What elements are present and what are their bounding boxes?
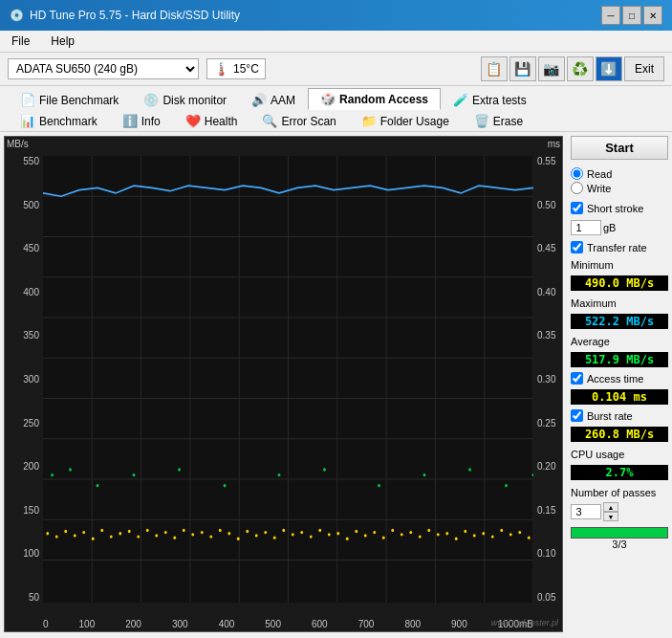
toolbar-btn-1[interactable]: 📋 — [481, 56, 508, 81]
toolbar-btn-5[interactable]: ⬇️ — [596, 56, 622, 81]
tab-disk-monitor-label: Disk monitor — [163, 94, 227, 107]
svg-point-83 — [423, 473, 426, 476]
svg-point-76 — [97, 484, 99, 487]
svg-point-32 — [155, 534, 158, 537]
temperature-value: 15°C — [233, 62, 259, 76]
tab-file-benchmark[interactable]: 📄 File Benchmark — [8, 89, 131, 110]
menu-file[interactable]: File — [6, 33, 35, 50]
svg-point-84 — [468, 468, 471, 471]
svg-point-20 — [46, 532, 49, 535]
drive-select[interactable]: ADATA SU650 (240 gB) — [8, 58, 199, 79]
short-stroke-row: 1 gB — [571, 220, 668, 235]
y-axis-left-title: MB/s — [7, 139, 29, 149]
access-time-label: Access time — [587, 373, 643, 385]
transfer-rate-checkbox[interactable] — [571, 241, 583, 253]
transfer-rate-label: Transfer rate — [587, 242, 647, 253]
svg-point-53 — [346, 538, 349, 540]
short-stroke-checkbox-item[interactable]: Short stroke — [571, 202, 668, 214]
svg-point-30 — [137, 535, 140, 538]
x-label-400: 400 — [219, 619, 235, 629]
start-button[interactable]: Start — [571, 136, 668, 160]
toolbar-btn-4[interactable]: ♻️ — [567, 56, 594, 81]
write-radio-item[interactable]: Write — [571, 182, 668, 194]
y-label-300: 300 — [23, 374, 39, 385]
tab-disk-monitor[interactable]: 💿 Disk monitor — [131, 89, 239, 110]
right-panel: Start Read Write Short stroke 1 gB Trans… — [567, 132, 672, 636]
x-label-900: 900 — [451, 619, 467, 629]
svg-point-68 — [482, 532, 485, 535]
main-content: MB/s ms 550 500 450 400 350 300 250 200 … — [0, 132, 672, 636]
tab-error-scan[interactable]: 🔍 Error Scan — [249, 110, 348, 131]
burst-rate-checkbox-item[interactable]: Burst rate — [571, 409, 668, 422]
svg-point-85 — [505, 484, 508, 487]
cpu-usage-value: 2.7% — [571, 465, 668, 480]
tab-benchmark[interactable]: 📊 Benchmark — [8, 110, 110, 131]
tab-erase-label: Erase — [493, 115, 523, 128]
toolbar-btn-3[interactable]: 📷 — [538, 56, 565, 81]
tab-folder-usage-label: Folder Usage — [380, 115, 449, 128]
svg-point-78 — [178, 468, 181, 471]
file-benchmark-icon: 📄 — [20, 93, 35, 107]
svg-point-34 — [173, 537, 176, 539]
svg-point-70 — [500, 529, 503, 532]
svg-point-51 — [328, 533, 331, 536]
svg-point-37 — [201, 531, 204, 534]
menu-help[interactable]: Help — [45, 33, 80, 50]
tab-file-benchmark-label: File Benchmark — [39, 94, 119, 107]
toolbar-btn-2[interactable]: 💾 — [509, 56, 536, 81]
tab-folder-usage[interactable]: 📁 Folder Usage — [349, 110, 462, 131]
tab-health[interactable]: ❤️ Health — [173, 110, 250, 131]
minimize-button[interactable]: ─ — [601, 6, 620, 25]
svg-point-27 — [110, 535, 113, 538]
svg-point-80 — [278, 473, 281, 476]
svg-point-29 — [128, 530, 131, 533]
tab-extra-tests-label: Extra tests — [472, 94, 527, 107]
extra-tests-icon: 🧪 — [453, 93, 468, 107]
tab-extra-tests[interactable]: 🧪 Extra tests — [441, 89, 539, 110]
y-label-100: 100 — [23, 548, 39, 559]
close-button[interactable]: ✕ — [643, 6, 662, 25]
svg-point-31 — [146, 529, 149, 532]
svg-point-48 — [300, 531, 303, 534]
error-scan-icon: 🔍 — [262, 114, 277, 128]
progress-bar-track — [571, 527, 668, 539]
svg-point-46 — [282, 529, 285, 532]
svg-point-69 — [491, 535, 494, 538]
y-right-label-010: 0.10 — [537, 548, 555, 559]
read-radio-item[interactable]: Read — [571, 167, 668, 180]
write-radio[interactable] — [571, 182, 583, 194]
svg-point-35 — [183, 529, 185, 532]
passes-input[interactable]: 3 — [571, 504, 601, 519]
short-stroke-input[interactable]: 1 — [571, 220, 601, 235]
x-label-200: 200 — [125, 619, 141, 629]
maximize-button[interactable]: □ — [622, 6, 641, 25]
y-label-350: 350 — [23, 330, 39, 341]
access-time-checkbox[interactable] — [571, 372, 583, 385]
exit-button[interactable]: Exit — [624, 56, 664, 81]
short-stroke-checkbox[interactable] — [571, 202, 583, 214]
read-radio[interactable] — [571, 167, 583, 180]
tab-aam[interactable]: 🔊 AAM — [239, 89, 308, 110]
menu-bar: File Help — [0, 31, 672, 53]
svg-point-23 — [74, 534, 76, 537]
passes-down-button[interactable]: ▼ — [603, 512, 618, 521]
y-right-label-045: 0.45 — [537, 243, 555, 253]
disk-monitor-icon: 💿 — [143, 93, 159, 107]
y-right-label-040: 0.40 — [537, 287, 555, 297]
svg-point-22 — [64, 530, 67, 533]
access-time-checkbox-item[interactable]: Access time — [571, 372, 668, 385]
passes-label: Number of passes — [571, 487, 668, 498]
toolbar: ADATA SU650 (240 gB) 🌡️ 15°C 📋 💾 📷 ♻️ ⬇️… — [0, 53, 672, 86]
tab-info[interactable]: ℹ️ Info — [110, 110, 173, 131]
passes-up-button[interactable]: ▲ — [603, 502, 618, 512]
svg-point-57 — [382, 537, 385, 539]
burst-rate-checkbox[interactable] — [571, 409, 583, 422]
tab-erase[interactable]: 🗑️ Erase — [462, 110, 535, 131]
svg-point-40 — [228, 532, 230, 535]
transfer-rate-checkbox-item[interactable]: Transfer rate — [571, 241, 668, 253]
y-label-150: 150 — [23, 505, 39, 516]
tab-random-access[interactable]: 🎲 Random Access — [308, 88, 441, 110]
health-icon: ❤️ — [185, 114, 201, 128]
random-access-icon: 🎲 — [320, 92, 336, 106]
svg-point-25 — [92, 538, 95, 540]
